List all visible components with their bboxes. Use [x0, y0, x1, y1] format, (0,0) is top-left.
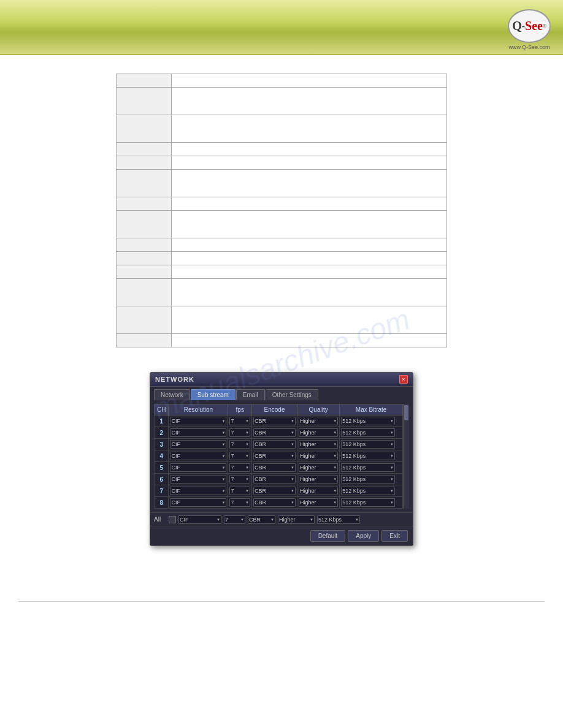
- sub-table-wrapper: CH Resolution fps Encode Quality Max Bit…: [150, 400, 413, 512]
- ch-quality-cell-7: Higher: [297, 485, 340, 497]
- table-value-cell: [171, 334, 446, 347]
- table-row: [117, 115, 447, 143]
- tab-email[interactable]: Email: [236, 389, 265, 400]
- table-label-cell: [117, 115, 172, 143]
- resolution-select-5[interactable]: CIF: [170, 463, 226, 472]
- bitrate-select-4[interactable]: 512 Kbps: [341, 452, 395, 460]
- all-fps-select[interactable]: 7: [224, 515, 245, 524]
- resolution-wrapper-2: CIF: [170, 428, 226, 437]
- fps-select-5[interactable]: 7: [229, 463, 250, 472]
- all-bitrate-select[interactable]: 512 Kbps: [317, 515, 360, 524]
- fps-select-8[interactable]: 7: [229, 498, 250, 507]
- tab-other-settings[interactable]: Other Settings: [266, 389, 318, 400]
- quality-select-5[interactable]: Higher: [299, 463, 338, 472]
- encode-select-5[interactable]: CBR: [253, 463, 296, 472]
- table-value-cell: [171, 156, 446, 170]
- all-quality-select[interactable]: Higher: [278, 515, 315, 524]
- all-resolution-select[interactable]: CIF QCIF D1: [178, 515, 221, 524]
- table-value-cell: [171, 211, 446, 238]
- encode-select-4[interactable]: CBR: [253, 452, 296, 460]
- all-encode-wrapper: CBR VBR: [248, 515, 275, 524]
- apply-button[interactable]: Apply: [348, 530, 379, 542]
- encode-select-1[interactable]: CBR: [253, 417, 296, 425]
- table-row: [117, 238, 447, 252]
- ch-encode-cell-2: CBR: [252, 427, 297, 439]
- col-header-fps: fps: [228, 404, 252, 415]
- fps-select-2[interactable]: 7: [229, 428, 250, 437]
- dialog-tabs: Network Sub stream Email Other Settings: [150, 387, 413, 400]
- fps-select-1[interactable]: 7: [229, 417, 250, 425]
- bitrate-select-8[interactable]: 512 Kbps: [341, 498, 395, 507]
- resolution-select-6[interactable]: CIF: [170, 475, 226, 483]
- bitrate-select-6[interactable]: 512 Kbps: [341, 475, 395, 483]
- table-row: [117, 252, 447, 265]
- ch-bitrate-cell-1: 512 Kbps: [340, 415, 403, 427]
- exit-button[interactable]: Exit: [381, 530, 408, 542]
- default-button[interactable]: Default: [310, 530, 346, 542]
- ch-number-1: 1: [155, 415, 169, 427]
- table-value-cell: [171, 252, 446, 265]
- fps-select-4[interactable]: 7: [229, 452, 250, 460]
- all-checkbox[interactable]: [169, 516, 176, 523]
- dialog-container: NETWORK × Network Sub stream Email Other…: [31, 372, 532, 546]
- resolution-select-4[interactable]: CIF: [170, 452, 226, 460]
- encode-wrapper-7: CBR: [253, 487, 296, 495]
- resolution-wrapper-6: CIF: [170, 475, 226, 483]
- logo-see-text: See: [525, 19, 543, 33]
- bitrate-select-7[interactable]: 512 Kbps: [341, 487, 395, 495]
- bitrate-select-3[interactable]: 512 Kbps: [341, 440, 395, 449]
- resolution-select-3[interactable]: CIF: [170, 440, 226, 449]
- quality-select-3[interactable]: Higher: [299, 440, 338, 449]
- fps-wrapper-2: 7: [229, 428, 250, 437]
- quality-select-4[interactable]: Higher: [299, 452, 338, 460]
- tab-network[interactable]: Network: [154, 389, 190, 400]
- encode-wrapper-1: CBR: [253, 417, 296, 425]
- quality-select-7[interactable]: Higher: [299, 487, 338, 495]
- ch-encode-cell-1: CBR: [252, 415, 297, 427]
- ch-encode-cell-5: CBR: [252, 462, 297, 474]
- scrollbar[interactable]: [403, 404, 409, 509]
- all-resolution-wrapper: CIF QCIF D1: [178, 515, 221, 524]
- ch-fps-cell-4: 7: [228, 450, 252, 462]
- quality-select-1[interactable]: Higher: [299, 417, 338, 425]
- quality-wrapper-3: Higher: [299, 440, 338, 449]
- quality-select-2[interactable]: Higher: [299, 428, 338, 437]
- encode-select-2[interactable]: CBR: [253, 428, 296, 437]
- fps-select-7[interactable]: 7: [229, 487, 250, 495]
- ch-encode-cell-8: CBR: [252, 497, 297, 509]
- resolution-wrapper-3: CIF: [170, 440, 226, 449]
- all-encode-select[interactable]: CBR VBR: [248, 515, 275, 524]
- table-row: [117, 265, 447, 279]
- bitrate-select-2[interactable]: 512 Kbps: [341, 428, 395, 437]
- ch-encode-cell-7: CBR: [252, 485, 297, 497]
- ch-number-8: 8: [155, 497, 169, 509]
- bitrate-select-5[interactable]: 512 Kbps: [341, 463, 395, 472]
- table-value-cell: [171, 197, 446, 211]
- tab-sub-stream[interactable]: Sub stream: [191, 389, 236, 400]
- resolution-select-7[interactable]: CIF: [170, 487, 226, 495]
- table-row: [117, 156, 447, 170]
- dialog-footer: Default Apply Exit: [150, 526, 413, 545]
- resolution-select-1[interactable]: CIF: [170, 417, 226, 425]
- close-button[interactable]: ×: [399, 375, 408, 384]
- encode-select-3[interactable]: CBR: [253, 440, 296, 449]
- table-label-cell: [117, 197, 172, 211]
- table-row: [117, 306, 447, 334]
- ch-bitrate-cell-5: 512 Kbps: [340, 462, 403, 474]
- fps-select-3[interactable]: 7: [229, 440, 250, 449]
- resolution-select-8[interactable]: CIF: [170, 498, 226, 507]
- encode-select-6[interactable]: CBR: [253, 475, 296, 483]
- logo-q-icon: Q: [512, 19, 522, 33]
- bitrate-select-1[interactable]: 512 Kbps: [341, 417, 395, 425]
- bitrate-wrapper-5: 512 Kbps: [341, 463, 395, 472]
- encode-wrapper-4: CBR: [253, 452, 296, 460]
- encode-select-7[interactable]: CBR: [253, 487, 296, 495]
- bitrate-wrapper-3: 512 Kbps: [341, 440, 395, 449]
- fps-select-6[interactable]: 7: [229, 475, 250, 483]
- channel-row-3: 3CIF7CBRHigher512 Kbps: [155, 439, 409, 450]
- quality-select-8[interactable]: Higher: [299, 498, 338, 507]
- encode-select-8[interactable]: CBR: [253, 498, 296, 507]
- table-value-cell: [171, 88, 446, 115]
- quality-select-6[interactable]: Higher: [299, 475, 338, 483]
- resolution-select-2[interactable]: CIF: [170, 428, 226, 437]
